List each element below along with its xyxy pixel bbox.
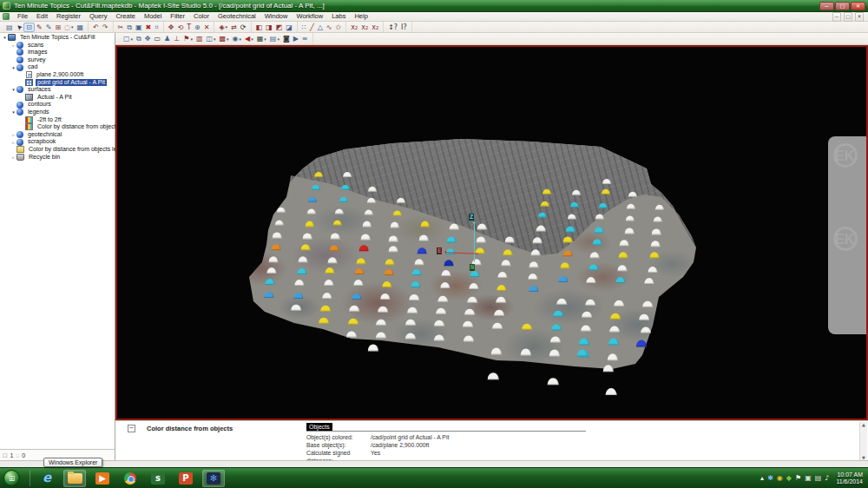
tree-item-scans[interactable]: ▹scans xyxy=(0,42,115,49)
view-orientation-icon[interactable]: ◈▾ xyxy=(217,23,229,32)
expander-closed-icon[interactable]: ▹ xyxy=(10,140,16,145)
snap-grid-icon[interactable]: ▦ xyxy=(76,23,86,32)
menu-color[interactable]: Color xyxy=(189,12,214,21)
undo-icon[interactable]: ↶ xyxy=(91,23,101,32)
color-image-icon[interactable]: ◪ xyxy=(284,23,294,32)
surface-expression-2-icon[interactable]: x₂ xyxy=(359,23,370,32)
menu-help[interactable]: Help xyxy=(350,12,372,21)
snap-point-icon[interactable]: ⊕ xyxy=(193,23,202,32)
draw-polygon-icon[interactable]: △ xyxy=(316,23,325,32)
remove-point-icon[interactable]: ✕ xyxy=(202,23,212,32)
expander-closed-icon[interactable]: ▹ xyxy=(10,155,16,160)
mdi-minimize-icon[interactable]: ─ xyxy=(832,12,841,22)
menu-edit[interactable]: Edit xyxy=(32,12,52,21)
collapse-panel-button[interactable]: − xyxy=(128,425,135,432)
properties-section-tab[interactable]: Objects xyxy=(306,423,332,431)
tree-item-ten-minute-topics-cut-fill[interactable]: ▾Ten Minute Topics - Cut&Fill xyxy=(0,34,115,42)
audio-icon[interactable]: ◀▾ xyxy=(243,34,255,43)
database-icon[interactable]: ▤ xyxy=(4,23,15,32)
taskbar-camtasia-icon[interactable]: s xyxy=(147,470,169,487)
query-height-icon[interactable]: ↕? xyxy=(386,23,399,32)
refresh-view-icon[interactable]: ⟳ xyxy=(239,23,248,32)
taskbar-clock[interactable]: 10:07 AM 11/6/2014 xyxy=(832,472,863,485)
linked-view-icon[interactable]: ⧉ xyxy=(135,34,143,43)
perspective-box-icon[interactable]: ▭ xyxy=(153,34,163,43)
draw-points-icon[interactable]: ∷ xyxy=(300,23,308,32)
taskbar-chrome-icon[interactable] xyxy=(119,470,141,487)
paste-icon[interactable]: ▣ xyxy=(134,23,144,32)
grid-overlay-icon[interactable]: ▦▾ xyxy=(255,34,268,43)
tree-item-survey[interactable]: survey xyxy=(0,56,115,64)
nvidia-tray-icon[interactable]: ◆ xyxy=(786,474,792,483)
lasso-select-icon[interactable]: ◌▾ xyxy=(62,23,76,32)
text-tool-icon[interactable]: T xyxy=(185,23,193,32)
mdi-restore-icon[interactable]: ▢ xyxy=(844,12,852,22)
marquee-select-icon[interactable]: ⊡ xyxy=(23,23,35,32)
draw-segment-icon[interactable]: ╱ xyxy=(308,23,316,32)
redo-icon[interactable]: ↷ xyxy=(101,23,110,32)
maximize-button[interactable]: ▢ xyxy=(835,2,850,10)
tree-item-recycle-bin[interactable]: ▹Recycle bin xyxy=(0,154,115,162)
taskbar-maptek-icon[interactable]: ✻ xyxy=(202,470,225,487)
solids-icon[interactable]: ▩▾ xyxy=(218,34,231,43)
view-mode-icon[interactable]: ▢▾ xyxy=(122,34,135,43)
view-plane-icon[interactable]: ⊥ xyxy=(172,34,181,43)
tree-item-color-by-distance-from-objects[interactable]: Color by distance from objects xyxy=(0,123,115,131)
menu-model[interactable]: Model xyxy=(140,12,166,21)
menu-register[interactable]: Register xyxy=(52,12,85,21)
expander-closed-icon[interactable]: ▹ xyxy=(10,43,16,48)
color-face-icon[interactable]: ◧ xyxy=(254,23,265,32)
surface-expression-3-icon[interactable]: x₂ xyxy=(370,23,380,32)
network-tray-icon[interactable]: ▤ xyxy=(815,474,822,483)
chrome-tray-icon[interactable]: ◉ xyxy=(777,474,783,483)
taskbar-media-player-icon[interactable]: ▶ xyxy=(91,470,114,487)
layers-icon[interactable]: ◫▾ xyxy=(204,34,217,43)
draw-curve-icon[interactable]: ∿ xyxy=(325,23,334,32)
snapshot-camera-icon[interactable]: ◙ xyxy=(281,34,292,43)
display-list-icon[interactable]: ≡ xyxy=(300,34,310,43)
menu-filter[interactable]: Filter xyxy=(166,12,189,21)
marker-flag-icon[interactable]: ⚑▾ xyxy=(181,34,194,43)
mdi-close-icon[interactable]: ✕ xyxy=(855,12,864,22)
color-edge-icon[interactable]: ◨ xyxy=(264,23,274,32)
clipboard-tray-icon[interactable]: ▣ xyxy=(805,474,812,483)
tree-item-geotechnical[interactable]: ▹geotechnical xyxy=(0,131,115,139)
expander-open-icon[interactable]: ▾ xyxy=(10,109,16,115)
tree-item-color-by-distance-from-objects-legend[interactable]: Color by distance from objects legend xyxy=(0,146,115,154)
sync-views-icon[interactable]: ⇄ xyxy=(229,23,239,32)
expander-open-icon[interactable]: ▾ xyxy=(2,35,8,40)
taskbar-ie-icon[interactable]: e xyxy=(36,470,58,487)
delete-icon[interactable]: ✖ xyxy=(144,23,154,32)
play-animation-icon[interactable]: ▶ xyxy=(292,34,300,43)
draw-polyline-icon[interactable]: ✎ xyxy=(44,23,54,32)
taskbar-explorer-icon[interactable] xyxy=(63,470,86,487)
action-center-flag-icon[interactable]: ⚑ xyxy=(795,474,801,483)
menu-create[interactable]: Create xyxy=(111,12,140,21)
tree-item-contours[interactable]: contours xyxy=(0,101,115,109)
lighting-icon[interactable]: ◉▾ xyxy=(231,34,244,43)
histogram-icon[interactable]: ▥ xyxy=(194,34,205,43)
start-button[interactable]: ⊞ xyxy=(3,470,20,486)
color-mask-icon[interactable]: ◩ xyxy=(274,23,285,32)
menu-query[interactable]: Query xyxy=(85,12,111,21)
tree-item-plane-2-900-000ft[interactable]: plane 2,900.000ft xyxy=(0,71,115,79)
scroll-up-icon[interactable]: ▲ xyxy=(862,422,865,427)
tree-item-surfaces[interactable]: ▾surfaces xyxy=(0,86,115,94)
draw-line-icon[interactable]: ✎ xyxy=(35,23,44,32)
menu-file[interactable]: File xyxy=(13,12,32,21)
transform-icon[interactable]: ✥ xyxy=(167,23,176,32)
pan-view-icon[interactable]: ✥ xyxy=(143,34,153,43)
slideout-panel[interactable]: EK EK xyxy=(828,136,866,334)
volume-tray-icon[interactable]: ♪ xyxy=(825,474,829,483)
snowflake-tray-icon[interactable]: ✱ xyxy=(767,474,773,483)
page-setup-icon[interactable]: ▤▾ xyxy=(268,34,281,43)
surface-expression-1-icon[interactable]: x₂ xyxy=(349,23,359,32)
expander-closed-icon[interactable]: ▹ xyxy=(10,132,16,137)
walkthrough-icon[interactable]: ♟ xyxy=(162,34,172,43)
draw-rect-icon[interactable]: ⊞ xyxy=(53,23,62,32)
taskbar-powerpoint-icon[interactable]: P xyxy=(174,470,197,487)
draw-star-icon[interactable]: ✩ xyxy=(334,23,344,32)
expander-open-icon[interactable]: ▾ xyxy=(10,87,16,92)
menu-geotechnical[interactable]: Geotechnical xyxy=(214,12,260,21)
expander-open-icon[interactable]: ▾ xyxy=(10,65,16,70)
